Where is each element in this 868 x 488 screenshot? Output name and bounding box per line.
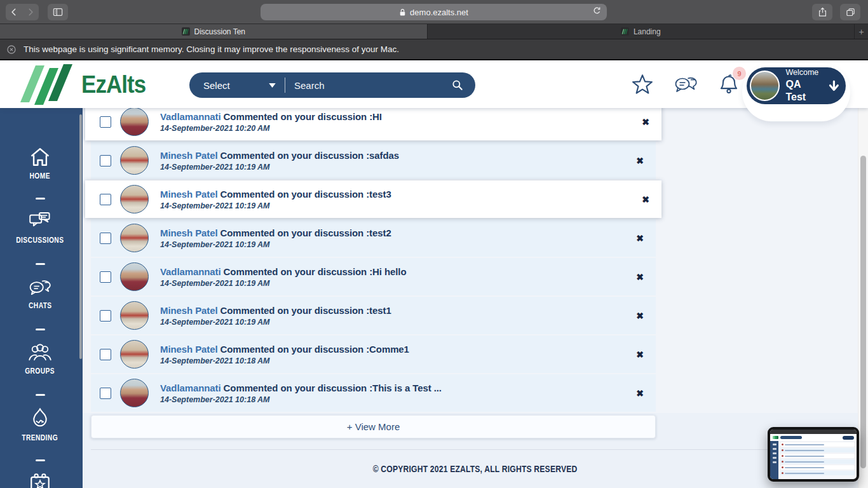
- notification-text: Commented on your discussion :test1: [220, 305, 391, 316]
- notification-row[interactable]: Minesh Patel Commented on your discussio…: [91, 219, 656, 257]
- arrow-down-icon: [829, 80, 839, 92]
- thumbnail-profile: [843, 436, 854, 440]
- brand-name: EzAlts: [81, 71, 146, 98]
- user-link[interactable]: Minesh Patel: [160, 150, 218, 161]
- dismiss-notification-button[interactable]: ✖: [633, 156, 647, 166]
- url-text: demo.ezalts.net: [410, 8, 468, 17]
- view-more-button[interactable]: + View More: [91, 415, 656, 438]
- notification-row[interactable]: Vadlamannati Commented on your discussio…: [91, 374, 656, 412]
- search-bar: Select: [189, 72, 475, 98]
- tab-label: Discussion Ten: [194, 27, 245, 36]
- brand[interactable]: EzAlts: [18, 63, 151, 106]
- home-icon: [29, 147, 51, 167]
- select-checkbox[interactable]: [100, 116, 111, 128]
- welcome-label: Welcome: [785, 68, 823, 78]
- sidebar-item-home[interactable]: HOME: [0, 147, 80, 180]
- thumbnail-list: [778, 441, 857, 479]
- copyright-text: © COPYRIGHT 2021 EZALTS, ALL RIGHTS RESE…: [83, 464, 868, 474]
- page-scrollbar[interactable]: [860, 156, 866, 468]
- notification-text: Commented on your discussion :HI: [224, 111, 382, 122]
- avatar: [120, 146, 149, 175]
- dismiss-notification-button[interactable]: ✖: [633, 272, 647, 282]
- select-checkbox[interactable]: [100, 155, 111, 166]
- timestamp: 14-September-2021 10:19 AM: [160, 279, 407, 288]
- address-bar[interactable]: demo.ezalts.net: [261, 4, 607, 20]
- dismiss-notification-button[interactable]: ✖: [639, 117, 653, 127]
- sidebar-item-events[interactable]: [0, 473, 80, 488]
- sidebar-divider: [36, 394, 45, 396]
- notification-text: Commented on your discussion :test3: [220, 189, 391, 200]
- messages-button[interactable]: [674, 72, 698, 96]
- timestamp: 14-September-2021 10:19 AM: [160, 201, 391, 210]
- notification-row[interactable]: Minesh Patel Commented on your discussio…: [91, 142, 656, 179]
- back-button[interactable]: [6, 4, 22, 20]
- avatar: [120, 108, 149, 136]
- user-link[interactable]: Minesh Patel: [160, 189, 218, 200]
- dismiss-notification-button[interactable]: ✖: [633, 349, 647, 360]
- select-checkbox[interactable]: [100, 310, 111, 322]
- thumbnail-logo: [773, 436, 778, 439]
- user-link[interactable]: Vadlamannati: [160, 111, 221, 122]
- user-link[interactable]: Vadlamannati: [160, 383, 221, 393]
- forward-button[interactable]: [22, 4, 39, 20]
- profile-menu-button[interactable]: Welcome QA Test: [747, 67, 846, 104]
- screenshot-preview-thumbnail[interactable]: [768, 427, 859, 482]
- dismiss-notification-button[interactable]: ✖: [633, 388, 647, 398]
- banner-text: This webpage is using significant memory…: [24, 44, 399, 54]
- trending-icon: [30, 407, 50, 429]
- sidebar-scrollbar[interactable]: [79, 114, 82, 359]
- new-tab-button[interactable]: +: [855, 24, 868, 39]
- sidebar-item-trending[interactable]: TRENDING: [0, 407, 80, 442]
- dismiss-notification-button[interactable]: ✖: [633, 311, 647, 321]
- sidebar-divider: [36, 198, 45, 200]
- ezalts-logo-icon: [18, 63, 74, 106]
- user-link[interactable]: Minesh Patel: [160, 305, 218, 316]
- sidebar-item-label: TRENDING: [22, 433, 58, 442]
- notification-row[interactable]: Minesh Patel Commented on your discussio…: [91, 297, 656, 334]
- avatar: [120, 185, 149, 214]
- search-category-dropdown[interactable]: Select: [189, 80, 285, 91]
- ezalts-favicon: [621, 27, 629, 36]
- select-checkbox[interactable]: [100, 194, 111, 205]
- sidebar-item-discussions[interactable]: DISCUSSIONS: [0, 211, 80, 245]
- dismiss-notification-button[interactable]: ✖: [639, 194, 653, 205]
- page-footer-area: + View More © COPYRIGHT 2021 EZALTS, ALL…: [83, 413, 868, 488]
- lock-icon: [399, 8, 406, 17]
- user-name: QA Test: [785, 78, 823, 104]
- user-link[interactable]: Minesh Patel: [160, 227, 218, 238]
- sidebar-divider: [36, 263, 45, 265]
- notification-row[interactable]: Vadlamannati Commented on your discussio…: [85, 108, 661, 140]
- search-input[interactable]: [285, 80, 451, 91]
- notification-row[interactable]: Minesh Patel Commented on your discussio…: [91, 336, 656, 373]
- tab-landing[interactable]: Landing: [428, 24, 855, 39]
- select-checkbox[interactable]: [100, 233, 111, 244]
- notification-row[interactable]: Minesh Patel Commented on your discussio…: [85, 180, 661, 218]
- sidebar-item-label: CHATS: [29, 301, 52, 310]
- select-checkbox[interactable]: [100, 271, 111, 283]
- sidebar-nav: HOME DISCUSSIONS: [0, 108, 83, 488]
- user-link[interactable]: Vadlamannati: [160, 266, 221, 277]
- sidebar-divider: [36, 329, 45, 330]
- select-checkbox[interactable]: [100, 349, 111, 360]
- timestamp: 14-September-2021 10:20 AM: [160, 124, 382, 133]
- sidebar-item-groups[interactable]: GROUPS: [0, 342, 80, 376]
- tab-overview-button[interactable]: [840, 4, 860, 20]
- share-button[interactable]: [812, 4, 832, 20]
- notification-row[interactable]: Vadlamannati Commented on your discussio…: [91, 258, 656, 295]
- refresh-button[interactable]: [592, 6, 602, 16]
- dismiss-notification-button[interactable]: ✖: [633, 233, 647, 243]
- chat-bubbles-icon: [674, 73, 698, 95]
- favorites-button[interactable]: [630, 72, 654, 96]
- search-icon[interactable]: [451, 79, 464, 92]
- sidebar-item-chats[interactable]: CHATS: [0, 276, 80, 310]
- discussions-icon: [29, 211, 51, 231]
- banner-close-icon[interactable]: [6, 44, 17, 55]
- user-link[interactable]: Minesh Patel: [160, 344, 218, 355]
- notification-badge: 9: [733, 67, 746, 80]
- notifications-button[interactable]: 9: [717, 72, 741, 96]
- timestamp: 14-September-2021 10:18 AM: [160, 356, 409, 365]
- avatar: [120, 224, 149, 252]
- sidebar-toggle-button[interactable]: [48, 4, 68, 20]
- select-checkbox[interactable]: [100, 388, 111, 399]
- tab-discussion-ten[interactable]: Discussion Ten: [0, 24, 428, 39]
